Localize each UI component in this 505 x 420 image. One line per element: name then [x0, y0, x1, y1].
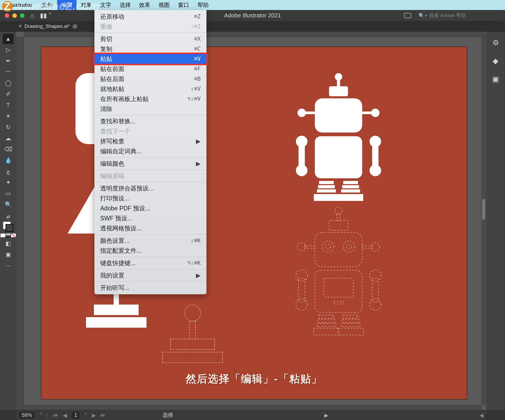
layers-icon[interactable]: ◆	[493, 57, 498, 65]
symbol-tool[interactable]: ✦	[3, 178, 13, 187]
shape-robot-solid[interactable]	[273, 70, 404, 208]
menu-item-贴在后面[interactable]: 贴在后面⌘B	[94, 74, 206, 84]
ruler-vertical	[16, 37, 24, 410]
menu-item-剪切[interactable]: 剪切⌘X	[94, 34, 206, 44]
svg-rect-52	[317, 323, 336, 327]
edit-menu-dropdown: 还原移动⌘Z重做⇧⌘Z剪切⌘X复制⌘C粘贴⌘V贴在前面⌘F贴在后面⌘B就地粘贴⇧…	[94, 10, 206, 294]
eyedropper-tool[interactable]: 💧	[3, 156, 13, 165]
menu-item-透视网格预设...[interactable]: 透视网格预设...	[94, 223, 206, 233]
menu-item-颜色设置...[interactable]: 颜色设置...⇧⌘K	[94, 236, 206, 246]
menu-item-编辑自定词典...[interactable]: 编辑自定词典...	[94, 146, 206, 156]
menu-item-label: 指定配置文件...	[100, 247, 142, 255]
menu-帮助[interactable]: 帮助	[193, 0, 213, 10]
shape-robot-selection-outline[interactable]	[273, 205, 404, 342]
home-icon[interactable]: ⌂	[30, 12, 34, 19]
svg-point-5	[325, 110, 331, 115]
close-window[interactable]	[5, 13, 9, 18]
svg-rect-42	[324, 278, 353, 297]
menu-item-编辑原稿: 编辑原稿	[94, 171, 206, 181]
menu-item-Adobe PDF 预设...[interactable]: Adobe PDF 预设...	[94, 203, 206, 213]
menu-选择[interactable]: 选择	[115, 0, 135, 10]
menu-视图[interactable]: 视图	[154, 0, 174, 10]
screen-mode-icon-2[interactable]: ▣	[3, 250, 13, 259]
scrollbar-horizontal[interactable]	[24, 405, 481, 410]
artboard-dropdown-icon[interactable]: ˅	[84, 412, 87, 418]
wand-tool[interactable]: ✴	[3, 112, 13, 121]
menu-item-label: 拼写检查	[100, 137, 124, 145]
maximize-window[interactable]	[20, 13, 24, 18]
scrollbar-vertical[interactable]	[481, 37, 486, 405]
menu-item-shortcut: ⌘B	[194, 76, 201, 82]
menu-item-复制[interactable]: 复制⌘C	[94, 44, 206, 54]
paintbrush-tool[interactable]: ✐	[3, 89, 13, 99]
menu-item-shortcut: ⇧⌘V	[191, 86, 201, 92]
close-tab-icon[interactable]: ✕	[18, 24, 22, 29]
svg-rect-32	[315, 232, 362, 267]
menu-item-label: 编辑颜色	[100, 160, 124, 168]
menu-item-粘贴[interactable]: 粘贴⌘V	[94, 54, 206, 64]
nav-last-icon[interactable]: ⏭	[100, 412, 106, 418]
tool-panel: ▲ ▷ ✒ 〰 ◯ ✐ T ✴ ↻ ☁ ⌫ 💧 ڇ ✦ ▭ 🔍 ⇄ ◧ ▣	[0, 32, 16, 410]
menu-item-SWF 预设...[interactable]: SWF 预设...	[94, 213, 206, 223]
pen-tool[interactable]: ✒	[3, 56, 13, 66]
zoom-level[interactable]: 58%	[19, 412, 35, 419]
cloud-tool[interactable]: ☁	[3, 134, 13, 143]
menu-item-透明度拼合器预设...[interactable]: 透明度拼合器预设...	[94, 183, 206, 193]
menu-item-清除[interactable]: 清除	[94, 104, 206, 114]
right-panel-strip: ⚙ ◆ ▣	[486, 32, 505, 410]
status-play-icon[interactable]: ▶	[324, 412, 328, 418]
artboard-number[interactable]: 1	[72, 412, 80, 419]
svg-rect-31	[329, 220, 348, 230]
canvas-area[interactable]: 然后选择「编辑」-「粘贴」	[16, 32, 486, 410]
doc-arrange-icon[interactable]: ▮▮ ˅	[40, 12, 52, 19]
nav-first-icon[interactable]: ⏮	[53, 412, 58, 418]
svg-rect-22	[318, 185, 335, 188]
menu-item-编辑颜色[interactable]: 编辑颜色▶	[94, 159, 206, 169]
help-search[interactable]: 🔍▾ 搜索 Adobe 帮助	[416, 12, 500, 19]
document-tab[interactable]: ✕ Drawing_Shapes.ai* @	[18, 23, 77, 29]
draw-mode-icon[interactable]: ◧	[3, 239, 13, 248]
selection-tool[interactable]: ▲	[3, 34, 13, 44]
type-tool[interactable]: T	[3, 100, 13, 110]
menu-item-还原移动[interactable]: 还原移动⌘Z	[94, 12, 206, 22]
status-mode: 选择	[163, 412, 173, 419]
minimize-window[interactable]	[12, 13, 17, 18]
menu-item-拼写检查[interactable]: 拼写检查▶	[94, 136, 206, 146]
nav-next-icon[interactable]: ▶	[92, 412, 96, 418]
properties-icon[interactable]: ⚙	[492, 38, 499, 47]
svg-rect-26	[342, 185, 359, 188]
libraries-icon[interactable]: ▣	[492, 75, 499, 83]
direct-selection-tool[interactable]: ▷	[3, 45, 13, 55]
zoom-tool[interactable]: 🔍	[3, 200, 13, 209]
blend-tool[interactable]: ڇ	[3, 167, 13, 176]
screen-mode-icon[interactable]	[404, 13, 411, 18]
curvature-tool[interactable]: 〰	[3, 67, 13, 77]
menu-item-在所有画板上粘贴[interactable]: 在所有画板上粘贴⌥⇧⌘V	[94, 94, 206, 104]
menu-item-重做: 重做⇧⌘Z	[94, 22, 206, 32]
menu-item-label: 还原移动	[100, 13, 124, 21]
menu-窗口[interactable]: 窗口	[174, 0, 193, 10]
menu-item-查找和替换...[interactable]: 查找和替换...	[94, 116, 206, 126]
menu-item-键盘快捷键...[interactable]: 键盘快捷键...⌥⇧⌘K	[94, 258, 206, 268]
svg-point-0	[335, 73, 342, 80]
artboard-tool[interactable]: ▭	[3, 189, 13, 198]
menu-item-指定配置文件...[interactable]: 指定配置文件...	[94, 246, 206, 256]
eraser-tool[interactable]: ⌫	[3, 145, 13, 154]
fill-stroke-swatch[interactable]	[3, 221, 13, 232]
rotate-tool[interactable]: ↻	[3, 123, 13, 132]
swap-fill-stroke-icon[interactable]: ⇄	[6, 214, 10, 220]
menu-item-开始听写...[interactable]: 开始听写...	[94, 283, 206, 293]
menu-item-就地粘贴[interactable]: 就地粘贴⇧⌘V	[94, 84, 206, 94]
scroll-left-icon[interactable]: ◀	[479, 412, 483, 418]
menu-item-贴在前面[interactable]: 贴在前面⌘F	[94, 64, 206, 74]
nav-prev-icon[interactable]: ◀	[63, 412, 67, 418]
menu-item-我的设置[interactable]: 我的设置▶	[94, 270, 206, 280]
menu-效果[interactable]: 效果	[135, 0, 154, 10]
shape-joystick-selection-outline[interactable]	[162, 305, 223, 363]
color-mode-row[interactable]	[1, 234, 16, 237]
zoom-dropdown-icon[interactable]: ˅	[39, 412, 42, 418]
svg-rect-2	[329, 86, 348, 96]
menu-item-打印预设...[interactable]: 打印预设...	[94, 193, 206, 203]
more-tools-icon[interactable]	[3, 261, 13, 270]
ellipse-tool[interactable]: ◯	[3, 78, 13, 88]
